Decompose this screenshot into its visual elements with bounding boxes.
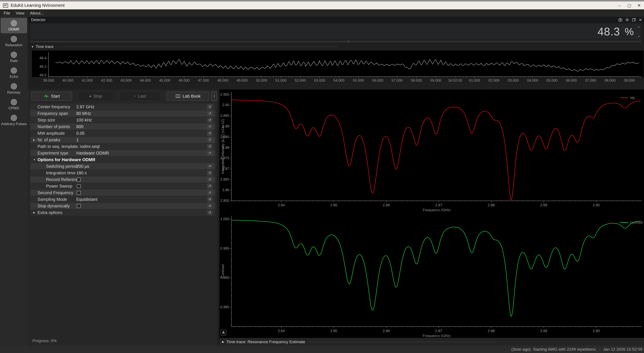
sidebar-item[interactable]: Arbitrary Pulses (1, 112, 27, 128)
param-label: Stop dynamically (38, 204, 70, 208)
menu-item[interactable]: File (1, 11, 13, 16)
param-row: ▶ Extra options ↺ (30, 209, 215, 216)
detector-value: 48.3 (598, 25, 620, 38)
expand-arrow-icon[interactable]: ▼ (33, 158, 38, 161)
param-label: Experiment type (38, 151, 68, 156)
book-icon (176, 94, 180, 98)
sidebar-item[interactable]: Echo (1, 65, 27, 80)
param-value[interactable]: 100 kHz (76, 118, 92, 122)
param-value[interactable]: 1 (76, 138, 79, 142)
sidebar-item-label: ODMR (8, 27, 20, 32)
menu-item[interactable]: About... (27, 11, 47, 16)
header-rule (56, 46, 338, 47)
param-label: Sampling Mode (38, 197, 67, 202)
param-value[interactable]: 0.05 (76, 131, 84, 136)
reset-icon[interactable]: ↺ (207, 124, 212, 129)
close-icon[interactable] (639, 18, 642, 21)
float-window-icon[interactable] (632, 18, 636, 22)
reset-icon[interactable]: ↺ (207, 118, 212, 122)
maximize-button[interactable]: ▢ (624, 2, 634, 10)
reset-icon[interactable]: ↺ (207, 151, 212, 156)
menu-item-label: File (4, 11, 10, 15)
collapse-down-icon[interactable]: ▼ (31, 45, 34, 48)
info-button[interactable]: i (212, 92, 217, 100)
sidebar-item[interactable]: Relaxation (1, 34, 27, 49)
concentric-target-icon (10, 20, 17, 27)
value-spinner[interactable]: ▲ ▼ (636, 24, 642, 40)
reset-icon[interactable]: ↺ (207, 138, 212, 142)
detector-value-box: 48.3 % ▲ ▼ (30, 24, 642, 40)
expand-arrow-icon[interactable]: ▶ (33, 138, 38, 141)
param-label: Switching period (46, 164, 77, 169)
info-button-label: i (214, 94, 214, 98)
reset-icon[interactable]: ↺ (207, 204, 212, 208)
close-button[interactable]: ✕ (634, 2, 644, 10)
lab-book-button[interactable]: Lab Book (167, 92, 209, 100)
sidebar: ODMR Relaxation (0, 17, 28, 346)
param-value[interactable]: 80 MHz (76, 111, 91, 116)
detector-slider[interactable] (30, 41, 642, 42)
concentric-target-icon (10, 114, 17, 121)
window-top-edge (0, 0, 644, 2)
start-button[interactable]: Start (32, 92, 72, 100)
sidebar-item-label: Arbitrary Pulses (1, 122, 27, 126)
stop-button[interactable]: ■ Stop (78, 92, 113, 100)
spin-down-icon[interactable]: ▼ (638, 35, 640, 38)
timetrace-plot[interactable] (32, 50, 644, 83)
param-value[interactable]: ...\odmr.seqt (76, 144, 100, 149)
header-rule (308, 342, 496, 342)
sidebar-item[interactable]: Ramsey (1, 81, 27, 96)
reset-icon[interactable]: ↺ (207, 164, 212, 169)
minimize-button[interactable]: – (614, 2, 624, 10)
resonance-estimate-collapse-header[interactable]: ▶ Time trace: Resonance Frequency Estima… (220, 338, 644, 346)
autoscale-button[interactable]: A (220, 330, 226, 336)
last-button[interactable]: ‹ Last (120, 92, 160, 100)
odmr-signal-plot[interactable] (220, 90, 644, 212)
param-value[interactable]: 2.87 GHz (76, 104, 94, 109)
collapse-right-icon[interactable]: ▶ (222, 340, 224, 344)
param-row: Integration time 180 s ↺ (30, 170, 215, 176)
timetrace-collapse-header[interactable]: ▼ Time trace (28, 44, 644, 49)
reset-icon[interactable]: ↺ (207, 210, 212, 215)
param-row: MW amplitude 0.05 ↺ (30, 130, 215, 137)
spin-up-icon[interactable]: ▲ (638, 25, 640, 28)
reset-icon[interactable]: ↺ (207, 170, 212, 176)
gear-icon[interactable] (625, 18, 629, 22)
menu-item-label: View (16, 11, 24, 15)
reset-icon[interactable]: ↺ (207, 104, 212, 109)
reset-icon[interactable]: ↺ (207, 144, 212, 149)
reset-icon[interactable]: ↺ (207, 184, 212, 189)
param-label: Frequency span (38, 111, 68, 116)
param-value[interactable]: 800 (76, 124, 83, 129)
param-value[interactable]: 180 s (76, 170, 87, 176)
param-checkbox[interactable] (77, 184, 81, 188)
reset-icon[interactable]: ↺ (207, 177, 212, 182)
param-value[interactable]: 200 µs (76, 164, 89, 169)
sidebar-item[interactable]: CPMG (1, 97, 27, 112)
status-message: (3min ago) Starting AWG with 2249 repeti… (512, 347, 597, 352)
param-checkbox[interactable] (77, 178, 81, 182)
concentric-target-icon (10, 36, 17, 42)
odmr-contrast-plot[interactable] (220, 212, 644, 337)
reset-icon[interactable]: ↺ (207, 190, 212, 195)
param-row: Second Frequency ↺ (30, 190, 215, 196)
concentric-target-icon (10, 67, 17, 74)
sidebar-item-label: Ramsey (7, 90, 20, 95)
reset-icon[interactable]: ↺ (207, 131, 212, 136)
window-title: EduKit Learning NVironment (11, 3, 64, 8)
menu-item[interactable]: View (13, 11, 27, 16)
statusbar: (3min ago) Starting AWG with 2249 repeti… (0, 346, 644, 353)
param-row: ▶ Nr. of peaks 1 ↺ (30, 137, 215, 143)
camera-icon[interactable] (618, 18, 622, 22)
reset-icon[interactable]: ↺ (207, 111, 212, 116)
param-checkbox[interactable] (77, 191, 81, 195)
reset-icon[interactable]: ↺ (207, 197, 212, 202)
param-checkbox[interactable] (77, 204, 81, 208)
expand-arrow-icon[interactable]: ▶ (33, 211, 38, 214)
concentric-target-icon (10, 51, 17, 58)
param-value[interactable]: Hardware ODMR (76, 151, 109, 156)
param-value[interactable]: Equidistant (76, 197, 98, 202)
sidebar-item[interactable]: ODMR (1, 18, 27, 33)
status-datetime: Jan 12 2026 15:52:09 (603, 347, 642, 352)
sidebar-item[interactable]: Rabi (1, 50, 27, 65)
